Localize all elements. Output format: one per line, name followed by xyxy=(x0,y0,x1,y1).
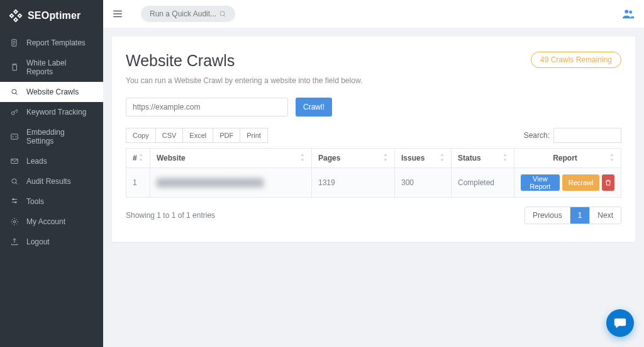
cell-website: ████████████████████ xyxy=(150,168,312,198)
sort-icon xyxy=(300,154,305,161)
quick-audit-search[interactable] xyxy=(141,6,235,22)
sidebar-item-label: Report Templates xyxy=(26,38,86,47)
sidebar-item-label: Website Crawls xyxy=(26,88,79,96)
topbar xyxy=(103,0,644,28)
brand-name: SEOptimer xyxy=(28,10,81,21)
search-icon xyxy=(219,10,226,18)
view-report-button[interactable]: View Report xyxy=(521,174,560,191)
sort-icon xyxy=(502,154,508,161)
crawls-table: #WebsitePagesIssuesStatusReport 1███████… xyxy=(126,148,621,198)
sidebar-item-label: My Account xyxy=(26,217,65,226)
trash-icon xyxy=(604,179,612,186)
magnify-icon xyxy=(10,177,19,186)
main-panel: Website Crawls 49 Crawls Remaining You c… xyxy=(112,37,635,242)
sort-icon xyxy=(609,154,614,161)
sort-icon xyxy=(440,154,445,161)
col-website[interactable]: Website xyxy=(150,149,312,168)
sidebar-item-label: Keyword Tracking xyxy=(26,108,86,117)
export-print-button[interactable]: Print xyxy=(240,128,268,143)
quick-audit-input[interactable] xyxy=(150,9,219,18)
svg-point-22 xyxy=(625,9,628,13)
cell-issues: 300 xyxy=(395,168,452,198)
svg-rect-4 xyxy=(13,65,16,71)
col-pages[interactable]: Pages xyxy=(312,149,395,168)
export-button-group: CopyCSVExcelPDFPrint xyxy=(126,128,268,143)
page-title: Website Crawls xyxy=(126,52,235,70)
mail-icon xyxy=(10,157,19,166)
file-lines-icon xyxy=(10,38,19,47)
brand-logo: SEOptimer xyxy=(0,0,103,33)
menu-toggle-icon[interactable] xyxy=(112,8,123,20)
pagination: Previous 1 Next xyxy=(525,207,621,224)
svg-point-16 xyxy=(13,220,16,223)
crawl-url-input[interactable] xyxy=(126,98,288,117)
file-copy-icon xyxy=(10,63,19,72)
cell-report: View ReportRecrawl xyxy=(514,168,621,198)
sidebar-item-website-crawls[interactable]: Website Crawls xyxy=(0,82,103,102)
chat-widget[interactable] xyxy=(606,309,634,337)
cell-status: Completed xyxy=(452,168,514,198)
sidebar-item-audit-results[interactable]: Audit Results xyxy=(0,171,103,191)
col-status[interactable]: Status xyxy=(452,149,514,168)
svg-point-10 xyxy=(12,179,16,183)
sidebar-item-label: Embedding Settings xyxy=(26,128,93,145)
svg-point-7 xyxy=(11,111,14,115)
svg-rect-8 xyxy=(11,134,18,139)
logo-icon xyxy=(9,9,23,23)
key-icon xyxy=(10,108,19,117)
table-row: 1████████████████████1319300CompletedVie… xyxy=(126,168,621,198)
sidebar-item-keyword-tracking[interactable]: Keyword Tracking xyxy=(0,102,103,122)
pager-page-1[interactable]: 1 xyxy=(570,207,590,224)
pager-prev[interactable]: Previous xyxy=(525,207,570,224)
export-csv-button[interactable]: CSV xyxy=(156,128,184,143)
sidebar-item-label: Logout xyxy=(26,237,50,246)
slider-icon xyxy=(10,197,19,206)
sidebar: SEOptimer Report TemplatesWhite Label Re… xyxy=(0,0,103,347)
svg-line-11 xyxy=(16,183,18,185)
code-icon xyxy=(10,132,19,141)
sidebar-item-leads[interactable]: Leads xyxy=(0,151,103,171)
recrawl-button[interactable]: Recrawl xyxy=(562,174,600,191)
table-search-label: Search: xyxy=(524,131,550,140)
table-search-input[interactable] xyxy=(553,128,621,143)
svg-point-23 xyxy=(629,11,632,14)
users-icon[interactable] xyxy=(621,7,635,21)
sidebar-item-my-account[interactable]: My Account xyxy=(0,212,103,232)
page-subtitle: You can run a Website Crawl by entering … xyxy=(126,76,621,85)
sidebar-item-embedding-settings[interactable]: Embedding Settings xyxy=(0,122,103,151)
export-copy-button[interactable]: Copy xyxy=(126,128,156,143)
search-icon xyxy=(10,88,19,96)
crawl-form: Crawl! xyxy=(126,98,621,117)
delete-button[interactable] xyxy=(602,174,614,191)
sidebar-item-label: Tools xyxy=(26,197,44,206)
sidebar-item-label: White Label Reports xyxy=(26,59,93,76)
cell-num: 1 xyxy=(126,168,150,198)
col-report[interactable]: Report xyxy=(514,149,621,168)
sidebar-item-logout[interactable]: Logout xyxy=(0,232,103,252)
svg-point-5 xyxy=(12,89,16,94)
svg-line-21 xyxy=(224,15,225,16)
chat-icon xyxy=(613,316,627,330)
crawls-remaining-badge: 49 Crawls Remaining xyxy=(531,52,621,68)
col-issues[interactable]: Issues xyxy=(395,149,452,168)
col-num[interactable]: # xyxy=(126,149,150,168)
table-info: Showing 1 to 1 of 1 entries xyxy=(126,211,215,220)
svg-rect-9 xyxy=(11,159,18,164)
upload-icon xyxy=(10,237,19,246)
cell-pages: 1319 xyxy=(312,168,395,198)
table-toolbar: CopyCSVExcelPDFPrint Search: xyxy=(126,128,621,143)
sidebar-item-tools[interactable]: Tools xyxy=(0,191,103,212)
export-pdf-button[interactable]: PDF xyxy=(213,128,240,143)
sort-icon xyxy=(138,154,143,161)
crawl-button[interactable]: Crawl! xyxy=(296,98,332,117)
gear-icon xyxy=(10,217,19,226)
export-excel-button[interactable]: Excel xyxy=(183,128,213,143)
sidebar-item-white-label[interactable]: White Label Reports xyxy=(0,53,103,82)
sidebar-item-label: Audit Results xyxy=(26,177,71,186)
pager-next[interactable]: Next xyxy=(589,207,621,224)
svg-line-6 xyxy=(16,93,18,95)
sidebar-item-label: Leads xyxy=(26,157,47,166)
sidebar-item-report-templates[interactable]: Report Templates xyxy=(0,33,103,53)
svg-point-20 xyxy=(220,11,225,16)
sort-icon xyxy=(383,154,388,161)
